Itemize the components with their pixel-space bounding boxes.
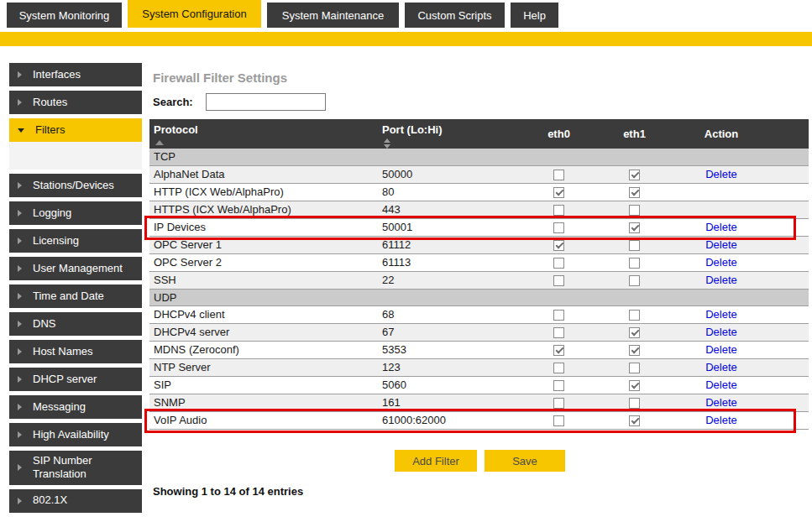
table-row-https-icx-web-alphapro: HTTPS (ICX Web/AlphaPro)443 [149,201,809,218]
eth1-checkbox[interactable] [629,170,640,180]
eth0-checkbox[interactable] [553,170,564,180]
eth0-checkbox[interactable] [553,327,564,338]
table-header: Protocol Port (Lo:Hi) eth0 eth1 Action [149,119,809,149]
delete-link[interactable]: Delete [705,308,737,321]
delete-link[interactable]: Delete [705,396,737,409]
column-header-port[interactable]: Port (Lo:Hi) [374,119,523,149]
eth1-checkbox[interactable] [629,187,640,198]
delete-link[interactable]: Delete [705,221,737,233]
sidebar-item-user-management[interactable]: User Management [9,257,142,280]
add-filter-button[interactable]: Add Filter [395,450,477,472]
eth0-checkbox[interactable] [553,363,564,373]
tab-help[interactable]: Help [511,3,558,28]
search-label: Search: [153,96,193,108]
sidebar-item-high-availability[interactable]: High Availability [9,423,142,446]
eth1-checkbox[interactable] [629,398,640,409]
eth1-checkbox[interactable] [629,258,640,269]
delete-link[interactable]: Delete [705,168,737,180]
eth0-checkbox[interactable] [553,275,564,286]
delete-link[interactable]: Delete [705,274,737,286]
port-cell: 22 [374,271,523,289]
sidebar-item-label: Routes [33,96,67,109]
eth0-checkbox[interactable] [553,205,564,216]
sidebar-item-filters[interactable]: Filters [9,118,142,142]
delete-link[interactable]: Delete [705,361,737,373]
port-cell: 68 [374,305,523,323]
column-header-eth0: eth0 [523,119,595,149]
column-header-eth1: eth1 [595,119,674,149]
column-header-protocol[interactable]: Protocol [149,119,374,149]
sidebar-item-dhcp-server[interactable]: DHCP server [9,368,142,391]
tab-system-monitoring[interactable]: System Monitoring [7,3,122,28]
sidebar-item-label: Stations/Devices [33,179,114,192]
eth1-cell [595,376,674,394]
eth1-checkbox[interactable] [629,415,640,426]
eth0-cell [523,358,595,376]
chevron-right-icon [18,99,22,106]
eth0-cell [523,201,595,218]
sidebar-item-dns[interactable]: DNS [9,312,142,336]
firewall-filter-settings-page: System MonitoringSystem ConfigurationSys… [0,0,812,522]
eth0-checkbox[interactable] [553,310,564,321]
eth1-cell [595,271,674,289]
tab-system-maintenance[interactable]: System Maintenance [267,3,399,28]
sidebar-item-interfaces[interactable]: Interfaces [9,63,142,86]
group-label: UDP [149,289,809,305]
sidebar-item-stations-devices[interactable]: Stations/Devices [9,174,142,197]
delete-link[interactable]: Delete [705,343,737,356]
sidebar-item-label: DNS [33,317,55,331]
eth0-checkbox[interactable] [553,240,564,251]
eth0-checkbox[interactable] [553,398,564,409]
sidebar-item-label: DHCP server [33,373,97,386]
port-cell: 5060 [374,376,523,394]
eth0-cell [523,271,595,289]
delete-link[interactable]: Delete [705,414,737,426]
sidebar-item-licensing[interactable]: Licensing [9,229,142,253]
delete-link[interactable]: Delete [705,378,737,391]
eth1-checkbox[interactable] [629,310,640,321]
eth0-checkbox[interactable] [553,415,564,426]
eth1-checkbox[interactable] [629,380,640,391]
sidebar-item-sip-number-translation[interactable]: SIP Number Translation [9,451,142,485]
delete-link[interactable]: Delete [705,238,737,251]
port-cell: 443 [374,201,523,218]
eth0-cell [523,218,595,236]
eth1-checkbox[interactable] [629,275,640,286]
sidebar-item-logging[interactable]: Logging [9,201,142,225]
eth1-checkbox[interactable] [629,327,640,338]
delete-link[interactable]: Delete [705,326,737,338]
eth1-checkbox[interactable] [629,345,640,356]
action-cell: Delete [674,323,809,341]
chevron-right-icon [18,376,22,383]
sidebar-item-host-names[interactable]: Host Names [9,340,142,363]
eth1-cell [595,305,674,323]
sidebar-item-label: High Availability [33,428,109,441]
table-body: TCPAlphaNet Data50000DeleteHTTP (ICX Web… [149,149,809,429]
eth1-cell [595,201,674,218]
eth0-checkbox[interactable] [553,187,564,198]
eth1-checkbox[interactable] [629,240,640,251]
eth0-checkbox[interactable] [553,380,564,391]
eth1-cell [595,394,674,411]
action-cell [674,183,809,201]
eth0-checkbox[interactable] [553,345,564,356]
sidebar-item-label: SIP Number Translation [33,454,139,482]
eth1-cell [595,218,674,236]
delete-link[interactable]: Delete [705,256,737,269]
eth1-checkbox[interactable] [629,222,640,233]
eth0-checkbox[interactable] [553,258,564,269]
sidebar-item-802-1x[interactable]: 802.1X [9,489,142,513]
eth1-checkbox[interactable] [629,363,640,373]
tab-system-configuration[interactable]: System Configuration [128,0,261,28]
search-input[interactable] [206,93,326,111]
action-cell: Delete [674,271,809,289]
sidebar-item-messaging[interactable]: Messaging [9,395,142,419]
protocol-cell: MDNS (Zeroconf) [149,341,374,358]
save-button[interactable]: Save [485,450,565,472]
firewall-filter-table: Protocol Port (Lo:Hi) eth0 eth1 Action T… [149,119,809,430]
sidebar-item-time-and-date[interactable]: Time and Date [9,284,142,308]
eth0-checkbox[interactable] [553,222,564,233]
tab-custom-scripts[interactable]: Custom Scripts [405,3,505,28]
eth1-checkbox[interactable] [629,205,640,216]
sidebar-item-routes[interactable]: Routes [9,91,142,114]
